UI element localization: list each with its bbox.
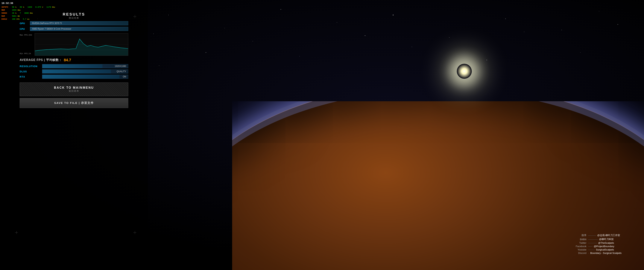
svg-point-16 xyxy=(580,52,580,53)
svg-point-2 xyxy=(168,15,169,15)
svg-point-19 xyxy=(365,35,366,36)
svg-point-18 xyxy=(252,41,253,41)
hud-row-mem: MEM 3555MHz xyxy=(2,9,55,12)
fps-graph-container: Max FPS:253 Min FPS:24 xyxy=(20,33,128,56)
save-to-file-button[interactable]: SAVE TO FILE | 存至文件 xyxy=(20,98,128,108)
back-button-sub-label: 返回菜单 xyxy=(23,89,125,93)
cpu-bar: AMD Ryzen 7 5800X 8-Core Processor xyxy=(30,27,128,31)
bilibili-divider: ---------------------- xyxy=(588,238,598,241)
bilibili-handle: @柳叶刀科技 xyxy=(599,237,614,241)
svg-point-13 xyxy=(299,56,300,56)
back-button-main-label: BACK TO MAINMENU xyxy=(23,86,125,89)
rtx-value: ON xyxy=(123,75,126,78)
hud-label-gpu: 3070TI xyxy=(2,6,11,9)
svg-point-4 xyxy=(281,9,281,10)
social-facebook: Facebook ---------- @ProjectBoundary xyxy=(571,245,622,248)
weibo-platform: 微博 xyxy=(571,234,586,237)
svg-point-8 xyxy=(505,19,506,19)
gpu-bar: NVIDIA GeForce RTX 3070 Ti xyxy=(30,21,128,25)
social-weibo: 微博 ------------------ @边境-柳叶刀工作室 xyxy=(571,234,622,237)
svg-point-5 xyxy=(337,22,337,23)
hud-label-d3012: D3012 xyxy=(2,18,11,21)
facebook-handle: @ProjectBoundary xyxy=(594,245,614,248)
hud-label-ram: RAM xyxy=(2,15,11,18)
fps-chart-svg xyxy=(35,33,128,56)
fps-graph-labels: Max FPS:253 Min FPS:24 xyxy=(20,33,35,56)
hud-time: 16:32:36 xyxy=(2,2,55,6)
dlss-row: DLSS QUALITY xyxy=(20,69,128,73)
twitter-divider: -------------------- xyxy=(588,241,597,244)
gpu-value: NVIDIA GeForce RTX 3070 Ti xyxy=(32,22,62,25)
svg-point-12 xyxy=(206,52,206,53)
svg-point-20 xyxy=(524,32,524,32)
social-links: 微博 ------------------ @边境-柳叶刀工作室 BiliBil… xyxy=(571,233,622,255)
hud-label-cpu: 5800X xyxy=(2,12,11,15)
youtube-divider: --------------- xyxy=(588,248,594,251)
svg-point-3 xyxy=(224,28,225,28)
facebook-divider: ---------- xyxy=(588,245,592,248)
cpu-label: CPU xyxy=(20,28,28,30)
hud-label-mem: MEM xyxy=(2,9,11,12)
resolution-label: RESOLUTION xyxy=(20,65,42,68)
avg-fps-label: AVERAGE FPS | 平均帧数： xyxy=(20,58,62,62)
social-bilibili: BiliBili ---------------------- @柳叶刀科技 xyxy=(571,237,622,241)
social-discord: Discord -- Boundary - Surgical Scalpels xyxy=(571,252,622,254)
resolution-bar: 1920X1080 xyxy=(42,64,128,68)
results-title-main: RESULTS xyxy=(20,12,128,17)
svg-point-7 xyxy=(449,37,450,38)
svg-point-11 xyxy=(159,65,159,66)
hud-val-gpu1: 58 xyxy=(12,6,14,9)
hud-row-gpu: 3070TI 58% 99% 1920 0.875V 1178MHz xyxy=(2,6,55,9)
youtube-handle: SurgicalScalpels xyxy=(596,248,614,251)
avg-fps-value: 84.7 xyxy=(64,58,71,62)
svg-point-14 xyxy=(412,47,412,47)
twitter-handle: @TheScalpels xyxy=(598,241,614,244)
dlss-label: DLSS xyxy=(20,70,42,73)
results-panel: RESULTS 测试结果 GPU NVIDIA GeForce RTX 3070… xyxy=(20,12,128,108)
cpu-row: CPU AMD Ryzen 7 5800X 8-Core Processor xyxy=(20,27,128,31)
back-to-mainmenu-button[interactable]: BACK TO MAINMENU 返回菜单 xyxy=(20,82,128,96)
twitter-platform: Twitter xyxy=(571,241,586,244)
rtx-row: RTX ON xyxy=(20,75,128,79)
sun-glow xyxy=(457,64,472,79)
dlss-value: QUALITY xyxy=(117,70,126,73)
results-title: RESULTS 测试结果 xyxy=(20,12,128,20)
social-youtube: Youtube --------------- SurgicalScalpels xyxy=(571,248,622,251)
rtx-label: RTX xyxy=(20,75,42,78)
cpu-value: AMD Ryzen 7 5800X 8-Core Processor xyxy=(32,28,71,30)
social-twitter: Twitter -------------------- @TheScalpel… xyxy=(571,241,622,244)
max-fps-label: Max FPS:253 xyxy=(20,34,35,36)
gpu-row: GPU NVIDIA GeForce RTX 3070 Ti xyxy=(20,21,128,25)
resolution-row: RESOLUTION 1920X1080 xyxy=(20,64,128,68)
svg-point-6 xyxy=(393,15,394,15)
svg-point-17 xyxy=(153,34,154,34)
min-fps-label: Min FPS:24 xyxy=(20,53,35,55)
save-button-label: SAVE TO FILE | 存至文件 xyxy=(54,101,94,104)
results-title-sub: 测试结果 xyxy=(20,17,128,20)
avg-fps-row: AVERAGE FPS | 平均帧数： 84.7 xyxy=(20,58,128,62)
youtube-platform: Youtube xyxy=(571,248,586,251)
resolution-value: 1920X1080 xyxy=(115,65,126,68)
svg-marker-25 xyxy=(35,39,128,56)
svg-point-15 xyxy=(486,60,487,60)
facebook-platform: Facebook xyxy=(571,245,586,248)
discord-handle: Boundary - Surgical Scalpels xyxy=(590,252,622,254)
rtx-bar: ON xyxy=(42,75,128,79)
svg-point-21 xyxy=(618,24,618,25)
svg-point-10 xyxy=(599,11,599,12)
svg-point-9 xyxy=(562,30,562,30)
weibo-handle: @边境-柳叶刀工作室 xyxy=(597,234,620,237)
weibo-divider: ------------------ xyxy=(588,234,596,237)
discord-divider: -- xyxy=(588,252,589,254)
bilibili-platform: BiliBili xyxy=(571,238,586,241)
discord-platform: Discord xyxy=(571,252,586,254)
gpu-label: GPU xyxy=(20,22,28,25)
dlss-bar: QUALITY xyxy=(42,69,128,73)
fps-graph-area xyxy=(35,33,128,56)
